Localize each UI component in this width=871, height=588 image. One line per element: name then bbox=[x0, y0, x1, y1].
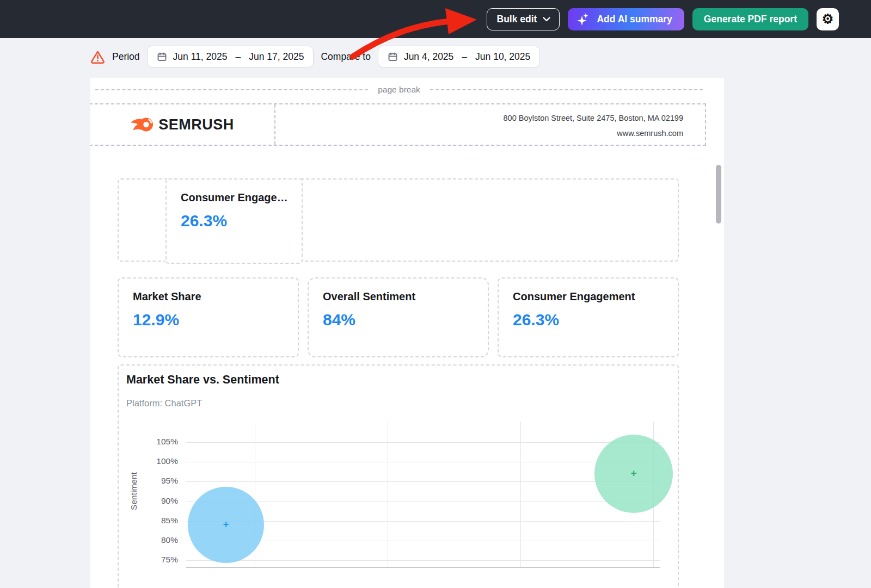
data-bubble: + bbox=[188, 487, 264, 563]
y-tick-label: 75% bbox=[144, 555, 178, 565]
semrush-logo-icon bbox=[131, 115, 154, 134]
bubble-plot-area: Sentiment 105%100%95%90%85%80%75%++ bbox=[119, 366, 678, 588]
company-address: 800 Boylston Street, Suite 2475, Boston,… bbox=[275, 110, 683, 126]
period-date-range-picker[interactable]: Jun 11, 2025 – Jun 17, 2025 bbox=[147, 46, 314, 67]
calendar-icon bbox=[388, 52, 398, 62]
widget-value: 12.9% bbox=[133, 311, 298, 329]
grid-hline bbox=[186, 481, 660, 482]
calendar-icon bbox=[157, 52, 167, 62]
widget-value: 26.3% bbox=[181, 212, 302, 230]
company-info: 800 Boylston Street, Suite 2475, Boston,… bbox=[275, 104, 705, 145]
vertical-scrollbar-thumb[interactable] bbox=[716, 165, 721, 224]
report-header-widget[interactable]: SEMRUSH 800 Boylston Street, Suite 2475,… bbox=[90, 103, 706, 146]
widget-drop-row: Consumer Engage… 26.3% bbox=[118, 178, 679, 262]
y-axis-label: Sentiment bbox=[129, 461, 139, 521]
settings-button[interactable]: ⚙ bbox=[817, 8, 839, 30]
overall-sentiment-widget[interactable]: Overall Sentiment 84% bbox=[308, 277, 489, 357]
grid-hline bbox=[186, 502, 660, 502]
grid-vline bbox=[520, 422, 521, 567]
y-tick-label: 80% bbox=[144, 535, 178, 545]
market-share-vs-sentiment-chart-widget[interactable]: Market Share vs. Sentiment Platform: Cha… bbox=[118, 364, 679, 588]
consumer-engagement-metric-widget[interactable]: Consumer Engagement 26.3% bbox=[498, 277, 679, 357]
grid-hline bbox=[186, 560, 660, 561]
grid-vline bbox=[388, 422, 388, 567]
warning-icon bbox=[90, 50, 105, 64]
report-filters-row: Period Jun 11, 2025 – Jun 17, 2025 Compa… bbox=[90, 46, 540, 67]
company-website: www.semrush.com bbox=[275, 126, 683, 141]
period-end-date: Jun 17, 2025 bbox=[249, 51, 304, 63]
page-break-line bbox=[95, 89, 368, 90]
widget-value: 26.3% bbox=[513, 311, 678, 329]
widget-title: Consumer Engagement bbox=[513, 290, 678, 303]
grid-hline bbox=[186, 462, 660, 462]
market-share-widget[interactable]: Market Share 12.9% bbox=[118, 277, 299, 357]
generate-pdf-report-button[interactable]: Generate PDF report bbox=[692, 8, 808, 30]
y-tick-label: 100% bbox=[144, 456, 178, 466]
compare-to-label: Compare to bbox=[321, 51, 370, 63]
date-separator: – bbox=[234, 51, 243, 63]
compare-date-range-picker[interactable]: Jun 4, 2025 – Jun 10, 2025 bbox=[378, 46, 540, 67]
top-toolbar: Bulk edit Add AI summary Generate PDF re… bbox=[0, 0, 871, 38]
bubble-center-marker: + bbox=[631, 467, 637, 479]
widget-title: Overall Sentiment bbox=[323, 290, 488, 303]
widget-value: 84% bbox=[323, 311, 488, 329]
generate-pdf-label: Generate PDF report bbox=[704, 14, 797, 25]
bulk-edit-button[interactable]: Bulk edit bbox=[487, 8, 560, 30]
gear-icon: ⚙ bbox=[822, 11, 834, 27]
bulk-edit-label: Bulk edit bbox=[497, 14, 537, 25]
data-bubble: + bbox=[594, 435, 673, 513]
widget-title: Market Share bbox=[133, 290, 298, 303]
period-start-date: Jun 11, 2025 bbox=[173, 51, 228, 63]
period-label: Period bbox=[112, 51, 140, 63]
add-ai-summary-label: Add AI summary bbox=[597, 14, 672, 25]
sparkles-icon bbox=[576, 12, 591, 26]
y-tick-label: 95% bbox=[144, 476, 178, 486]
date-separator: – bbox=[459, 51, 469, 63]
compare-end-date: Jun 10, 2025 bbox=[475, 51, 530, 63]
bubble-center-marker: + bbox=[223, 518, 229, 530]
report-page-canvas: page break SEMRUSH 800 Boylston Street, … bbox=[90, 78, 724, 588]
y-tick-label: 90% bbox=[144, 496, 178, 506]
page-break-label: page break bbox=[378, 85, 420, 95]
widget-title: Consumer Engage… bbox=[181, 191, 302, 204]
brand-name: SEMRUSH bbox=[158, 116, 234, 133]
grid-hline bbox=[186, 442, 660, 443]
compare-start-date: Jun 4, 2025 bbox=[404, 51, 453, 63]
page-break-line bbox=[430, 89, 703, 90]
consumer-engagement-widget[interactable]: Consumer Engage… 26.3% bbox=[165, 178, 303, 264]
x-axis-line bbox=[186, 567, 660, 568]
y-tick-label: 85% bbox=[144, 516, 178, 525]
page-break-divider: page break bbox=[95, 83, 703, 96]
y-tick-label: 105% bbox=[144, 437, 178, 447]
add-ai-summary-button[interactable]: Add AI summary bbox=[568, 8, 684, 30]
brand-logo-cell: SEMRUSH bbox=[90, 104, 275, 145]
metrics-row: Market Share 12.9% Overall Sentiment 84%… bbox=[118, 277, 679, 357]
chevron-down-icon bbox=[543, 17, 550, 22]
